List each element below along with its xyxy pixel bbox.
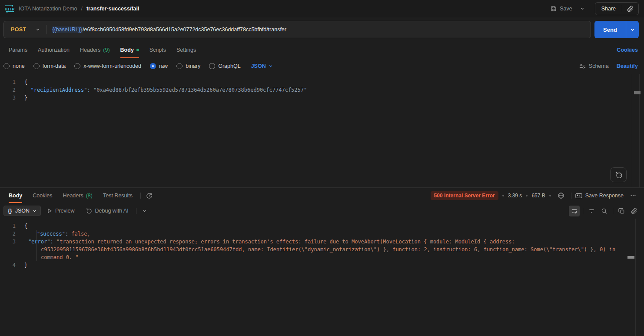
breadcrumb-separator: / <box>81 6 83 12</box>
divider <box>571 193 571 199</box>
postbot-icon <box>85 207 92 214</box>
body-type-none-label: none <box>13 63 25 69</box>
tab-headers[interactable]: Headers(9) <box>75 42 115 58</box>
body-modified-dot <box>136 49 139 51</box>
response-tab-cookies[interactable]: Cookies <box>27 188 57 203</box>
search-icon <box>601 208 607 214</box>
link-response-button[interactable] <box>629 206 640 216</box>
url-field: POST {{baseURL}}/e6f8ccb6950458fd9eb793d… <box>3 21 591 38</box>
raw-language-select[interactable]: JSON <box>251 63 273 69</box>
response-history-button[interactable] <box>143 188 155 203</box>
response-tab-body[interactable]: Body <box>3 188 27 203</box>
view-options-chevron[interactable] <box>139 207 149 215</box>
indent-guide <box>25 86 25 94</box>
chevron-down-icon <box>269 64 273 68</box>
tab-params-label: Params <box>9 47 27 53</box>
response-tab-test-results[interactable]: Test Results <box>98 188 138 203</box>
response-view-toolbar: {} JSON Preview <box>0 203 644 219</box>
body-type-urlencoded[interactable]: x-www-form-urlencoded <box>74 63 141 69</box>
tab-scripts[interactable]: Scripts <box>144 42 171 58</box>
copy-link-button[interactable] <box>622 3 638 15</box>
response-line: 3 "error": "transaction returned an unex… <box>0 238 644 261</box>
json-separator: : <box>50 239 56 245</box>
dot-separator <box>549 195 551 196</box>
breadcrumb-collection[interactable]: IOTA Notarization Demo <box>19 6 77 12</box>
request-editor-line: 1 { <box>0 78 644 86</box>
save-button[interactable]: Save <box>549 3 574 14</box>
share-group: Share <box>595 2 639 15</box>
postbot-button[interactable] <box>610 167 627 182</box>
filter-button[interactable] <box>586 206 597 216</box>
save-response-button[interactable]: Save Response <box>575 193 624 199</box>
more-options-button[interactable] <box>627 191 639 200</box>
http-request-icon: HTTP <box>4 4 15 13</box>
tab-scripts-label: Scripts <box>149 47 166 53</box>
response-tab-test-results-label: Test Results <box>103 193 133 199</box>
response-format-value: JSON <box>15 208 30 214</box>
url-input[interactable]: {{baseURL}}/e6f8ccb6950458fd9eb793d8a566… <box>46 27 292 33</box>
response-scrollbar-thumb[interactable] <box>627 256 634 259</box>
request-tabs-bar: Params Authorization Headers(9) Body Scr… <box>0 42 644 58</box>
response-tabs-bar: Body Cookies Headers(8) Test Results 500… <box>0 188 644 203</box>
json-string-value: "0xa4ed887bf2efb395b5592ed57871364d5260a… <box>93 87 307 93</box>
cookies-link[interactable]: Cookies <box>617 47 638 53</box>
method-select[interactable]: POST <box>4 21 46 38</box>
indent-guide <box>37 230 37 261</box>
preview-button[interactable]: Preview <box>43 206 79 216</box>
save-response-label: Save Response <box>585 193 624 199</box>
editor-scrollbar-thumb[interactable] <box>634 91 641 94</box>
code-text: } <box>16 94 27 102</box>
json-key: "recipientAddress" <box>24 87 87 93</box>
tab-body[interactable]: Body <box>115 42 144 58</box>
response-scrollbar-track[interactable] <box>635 219 644 336</box>
body-type-binary[interactable]: binary <box>176 63 200 69</box>
share-button[interactable]: Share <box>595 3 622 15</box>
search-button[interactable] <box>599 206 610 216</box>
divider <box>136 208 136 214</box>
response-tab-headers[interactable]: Headers(8) <box>57 188 98 203</box>
code-text: "recipientAddress": "0xa4ed887bf2efb395b… <box>16 86 307 94</box>
network-info-button[interactable] <box>555 190 567 201</box>
radio-selected-icon <box>150 63 156 69</box>
breadcrumb-request-name[interactable]: transfer-success/fail <box>86 6 139 12</box>
save-options-chevron[interactable] <box>577 4 588 13</box>
filter-icon <box>588 208 595 214</box>
chevron-down-icon <box>33 209 37 213</box>
method-value: POST <box>11 27 26 33</box>
debug-with-ai-button[interactable]: Debug with AI <box>81 205 133 216</box>
body-type-none[interactable]: none <box>3 63 25 69</box>
body-type-graphql[interactable]: GraphQL <box>209 63 240 69</box>
send-button[interactable]: Send <box>594 21 626 38</box>
body-type-form-data[interactable]: form-data <box>33 63 66 69</box>
chevron-down-icon <box>36 27 40 32</box>
radio-icon <box>176 63 183 69</box>
response-size[interactable]: 657 B <box>531 193 545 199</box>
json-key: "success" <box>24 231 65 237</box>
response-time[interactable]: 3.39 s <box>508 193 522 199</box>
request-body-editor[interactable]: 1 { 2 "recipientAddress": "0xa4ed887bf2e… <box>0 74 644 188</box>
response-format-select[interactable]: {} JSON <box>3 206 41 216</box>
svg-text:HTTP: HTTP <box>5 7 15 11</box>
tab-settings[interactable]: Settings <box>171 42 201 58</box>
copy-response-button[interactable] <box>616 206 627 216</box>
response-pane: Body Cookies Headers(8) Test Results 500… <box>0 188 644 336</box>
raw-language-value: JSON <box>251 63 266 69</box>
dot-separator <box>502 195 504 196</box>
beautify-button[interactable]: Beautify <box>617 63 638 69</box>
body-type-raw[interactable]: raw <box>150 63 168 69</box>
status-badge[interactable]: 500 Internal Server Error <box>431 191 498 200</box>
tab-body-label: Body <box>120 47 134 53</box>
line-number: 1 <box>0 78 16 86</box>
preview-label: Preview <box>55 208 74 214</box>
request-editor-line: 3 } <box>0 94 644 102</box>
send-options-chevron[interactable] <box>626 21 639 38</box>
tab-params[interactable]: Params <box>3 42 33 58</box>
radio-icon <box>74 63 80 69</box>
radio-icon <box>3 63 10 69</box>
response-headers-count-badge: (8) <box>86 193 93 199</box>
schema-button[interactable]: Schema <box>579 63 609 70</box>
wrap-text-toggle[interactable] <box>569 206 580 216</box>
body-type-raw-label: raw <box>159 63 168 69</box>
response-line: 4 } <box>0 261 644 269</box>
tab-authorization[interactable]: Authorization <box>33 42 75 58</box>
